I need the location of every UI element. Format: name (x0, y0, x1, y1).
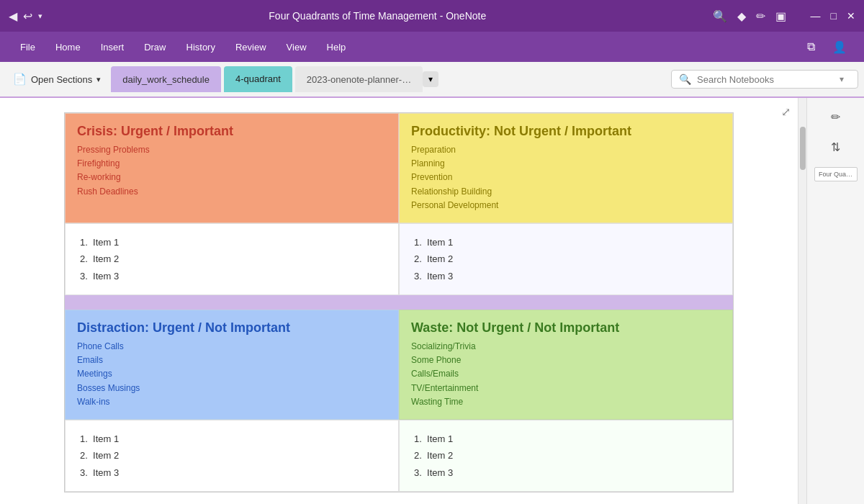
page-thumbnail[interactable]: Four Qua… (814, 167, 858, 181)
open-sections-chevron: ▾ (96, 75, 101, 84)
tab-more-button[interactable]: ▾ (423, 71, 438, 87)
quad-waste-header: Waste: Not Urgent / Not Important Social… (399, 310, 733, 420)
list-item: 1. Item 1 (80, 431, 384, 447)
menu-bar: File Home Insert Draw History Review Vie… (0, 32, 864, 62)
close-button[interactable]: ✕ (847, 10, 855, 22)
search-notebooks-input[interactable] (697, 74, 834, 85)
notebook-icon: 📄 (13, 73, 27, 86)
title-search-icon[interactable]: 🔍 (713, 9, 727, 23)
menu-home[interactable]: Home (47, 37, 89, 57)
quad-crisis-title: Crisis: Urgent / Important (77, 124, 387, 139)
open-sections-label: Open Sections (31, 74, 92, 85)
quad-distraction-title: Distraction: Urgent / Not Important (77, 320, 387, 336)
tab-planner[interactable]: 2023-onenote-planner-… (295, 66, 423, 92)
page-view-icon[interactable]: ⧉ (801, 37, 821, 57)
open-sections-button[interactable]: 📄 Open Sections ▾ (6, 68, 108, 90)
list-item: 3. Item 3 (414, 464, 718, 481)
quad-productivity-items: Preparation Planning Prevention Relation… (411, 143, 721, 212)
list-item: 2. Item 2 (80, 447, 384, 464)
title-bar-icons: 🔍 ◆ ✏ ▣ — □ ✕ (713, 9, 855, 23)
note-area: ⤢ Crisis: Urgent / Important Pressing Pr… (0, 98, 798, 504)
quad-crisis-items: Pressing Problems Firefighting Re-workin… (77, 143, 387, 199)
quadrant-grid: Crisis: Urgent / Important Pressing Prob… (64, 112, 734, 492)
list-item: 3. Item 3 (414, 268, 718, 284)
list-item: 3. Item 3 (80, 464, 384, 481)
quad-distraction-items: Phone Calls Emails Meetings Bosses Musin… (77, 340, 387, 409)
search-dropdown-icon[interactable]: ▾ (840, 74, 844, 84)
quad-productivity-title: Productivity: Not Urgent / Important (411, 124, 721, 139)
pen-icon[interactable]: ✏ (756, 9, 765, 23)
scrollbar-thumb[interactable] (800, 127, 806, 170)
menu-history[interactable]: History (178, 37, 224, 57)
diamond-icon[interactable]: ◆ (737, 9, 746, 23)
title-bar: ◀ ↩ ▾ Four Quadrants of Time Management … (0, 0, 864, 32)
sort-icon: ⇅ (831, 140, 840, 154)
list-item: 1. Item 1 (414, 234, 718, 251)
list-item: 1. Item 1 (80, 234, 384, 251)
tab-bar-right: 🔍 ▾ (671, 70, 858, 89)
title-bar-controls: ◀ ↩ ▾ (9, 9, 42, 23)
tab-4-quadrant[interactable]: 4-quadrant (224, 66, 292, 92)
quad-waste-title: Waste: Not Urgent / Not Important (411, 320, 721, 336)
dropdown-button[interactable]: ▾ (38, 12, 42, 21)
quad-separator (65, 295, 733, 310)
quad-waste-items: Socializing/Trivia Some Phone Calls/Emai… (411, 340, 721, 409)
tab-bar: 📄 Open Sections ▾ daily_work_schedule 4-… (0, 62, 864, 98)
menu-draw[interactable]: Draw (135, 37, 174, 57)
undo-button[interactable]: ↩ (23, 9, 32, 23)
window-controls: — □ ✕ (811, 10, 855, 22)
right-panel: ✏ ⇅ Four Qua… (806, 98, 864, 504)
quad-distraction-header: Distraction: Urgent / Not Important Phon… (65, 310, 399, 420)
minimize-button[interactable]: — (811, 10, 821, 22)
edit-icon-button[interactable]: ✏ (823, 104, 849, 130)
list-item: 2. Item 2 (414, 251, 718, 267)
menu-bar-right: ⧉ 👤 (801, 37, 852, 57)
list-item: 1. Item 1 (414, 431, 718, 447)
sort-icon-button[interactable]: ⇅ (823, 134, 849, 160)
restore-button[interactable]: □ (831, 10, 837, 22)
search-icon: 🔍 (679, 73, 691, 85)
main-area: ⤢ Crisis: Urgent / Important Pressing Pr… (0, 98, 864, 504)
list-item: 2. Item 2 (414, 447, 718, 464)
window-icon[interactable]: ▣ (775, 9, 786, 23)
list-item: 3. Item 3 (80, 268, 384, 284)
quad-productivity-header: Productivity: Not Urgent / Important Pre… (399, 113, 733, 223)
title-bar-title: Four Quadrants of Time Management - OneN… (50, 10, 706, 22)
edit-icon: ✏ (831, 110, 840, 124)
search-notebooks-box[interactable]: 🔍 ▾ (671, 70, 858, 89)
scrollbar[interactable] (798, 98, 806, 504)
quad-crisis-header: Crisis: Urgent / Important Pressing Prob… (65, 113, 399, 223)
menu-insert[interactable]: Insert (92, 37, 133, 57)
back-button[interactable]: ◀ (9, 9, 17, 23)
account-icon[interactable]: 👤 (827, 37, 852, 57)
quad-waste-list: 1. Item 1 2. Item 2 3. Item 3 (399, 420, 733, 492)
quad-productivity-list: 1. Item 1 2. Item 2 3. Item 3 (399, 223, 733, 295)
quad-crisis-list: 1. Item 1 2. Item 2 3. Item 3 (65, 223, 399, 295)
menu-review[interactable]: Review (227, 37, 275, 57)
list-item: 2. Item 2 (80, 251, 384, 267)
menu-view[interactable]: View (278, 37, 315, 57)
menu-file[interactable]: File (12, 37, 44, 57)
menu-help[interactable]: Help (318, 37, 355, 57)
quad-distraction-list: 1. Item 1 2. Item 2 3. Item 3 (65, 420, 399, 492)
tab-daily-work-schedule[interactable]: daily_work_schedule (111, 66, 221, 92)
expand-icon[interactable]: ⤢ (781, 105, 791, 119)
